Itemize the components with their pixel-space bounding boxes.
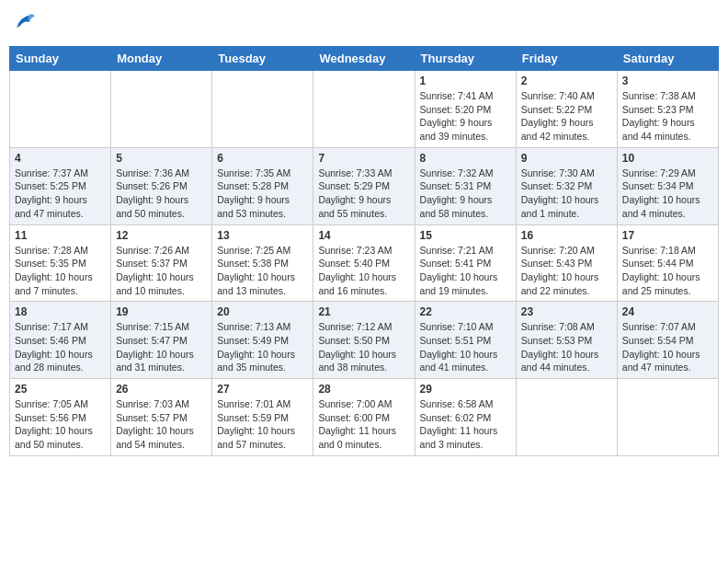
day-info: Sunrise: 7:28 AM Sunset: 5:35 PM Dayligh… [15,244,106,298]
calendar-cell: 12Sunrise: 7:26 AM Sunset: 5:37 PM Dayli… [111,224,212,302]
calendar-week-row: 4Sunrise: 7:37 AM Sunset: 5:25 PM Daylig… [10,147,719,224]
day-number: 7 [318,152,409,165]
day-number: 21 [318,305,409,318]
calendar-week-row: 11Sunrise: 7:28 AM Sunset: 5:35 PM Dayli… [10,224,719,302]
day-info: Sunrise: 7:10 AM Sunset: 5:51 PM Dayligh… [420,320,511,374]
calendar-cell: 27Sunrise: 7:01 AM Sunset: 5:59 PM Dayli… [212,379,313,456]
day-number: 15 [420,229,511,242]
col-header-tuesday: Tuesday [212,47,313,71]
calendar-week-row: 1Sunrise: 7:41 AM Sunset: 5:20 PM Daylig… [10,71,719,148]
day-number: 16 [521,229,612,242]
logo [9,13,37,39]
logo-bird-icon [11,9,37,35]
calendar-cell: 11Sunrise: 7:28 AM Sunset: 5:35 PM Dayli… [10,224,111,302]
calendar-cell [111,71,212,148]
calendar-cell [10,71,111,148]
col-header-monday: Monday [111,47,212,71]
day-info: Sunrise: 7:08 AM Sunset: 5:53 PM Dayligh… [521,320,612,374]
calendar-cell: 8Sunrise: 7:32 AM Sunset: 5:31 PM Daylig… [415,147,516,224]
day-info: Sunrise: 7:00 AM Sunset: 6:00 PM Dayligh… [318,397,409,452]
day-number: 25 [15,383,106,396]
calendar-cell: 18Sunrise: 7:17 AM Sunset: 5:46 PM Dayli… [10,302,111,379]
calendar-week-row: 18Sunrise: 7:17 AM Sunset: 5:46 PM Dayli… [10,302,719,379]
day-info: Sunrise: 7:13 AM Sunset: 5:49 PM Dayligh… [217,320,308,374]
calendar-cell: 5Sunrise: 7:36 AM Sunset: 5:26 PM Daylig… [111,147,212,224]
calendar-cell [212,71,313,148]
day-info: Sunrise: 7:01 AM Sunset: 5:59 PM Dayligh… [217,397,308,452]
day-info: Sunrise: 7:26 AM Sunset: 5:37 PM Dayligh… [116,244,207,298]
day-info: Sunrise: 7:29 AM Sunset: 5:34 PM Dayligh… [622,167,713,221]
calendar-cell: 25Sunrise: 7:05 AM Sunset: 5:56 PM Dayli… [10,379,111,456]
calendar-cell: 13Sunrise: 7:25 AM Sunset: 5:38 PM Dayli… [212,224,313,302]
day-info: Sunrise: 6:58 AM Sunset: 6:02 PM Dayligh… [420,397,511,452]
calendar-week-row: 25Sunrise: 7:05 AM Sunset: 5:56 PM Dayli… [10,379,719,456]
day-number: 3 [622,75,713,87]
calendar-cell: 28Sunrise: 7:00 AM Sunset: 6:00 PM Dayli… [313,379,415,456]
day-number: 11 [15,229,106,242]
calendar-cell: 15Sunrise: 7:21 AM Sunset: 5:41 PM Dayli… [415,224,516,302]
calendar-table: SundayMondayTuesdayWednesdayThursdayFrid… [9,46,719,456]
calendar-cell: 14Sunrise: 7:23 AM Sunset: 5:40 PM Dayli… [313,224,415,302]
day-info: Sunrise: 7:36 AM Sunset: 5:26 PM Dayligh… [116,167,207,221]
day-number: 23 [521,305,612,318]
day-number: 14 [318,229,409,242]
calendar-cell: 26Sunrise: 7:03 AM Sunset: 5:57 PM Dayli… [111,379,212,456]
day-info: Sunrise: 7:18 AM Sunset: 5:44 PM Dayligh… [622,244,713,298]
calendar-cell: 2Sunrise: 7:40 AM Sunset: 5:22 PM Daylig… [516,71,617,148]
calendar-cell: 22Sunrise: 7:10 AM Sunset: 5:51 PM Dayli… [415,302,516,379]
day-number: 8 [420,152,511,165]
calendar-cell: 4Sunrise: 7:37 AM Sunset: 5:25 PM Daylig… [10,147,111,224]
day-info: Sunrise: 7:33 AM Sunset: 5:29 PM Dayligh… [318,167,409,221]
day-info: Sunrise: 7:32 AM Sunset: 5:31 PM Dayligh… [420,167,511,221]
calendar-cell: 24Sunrise: 7:07 AM Sunset: 5:54 PM Dayli… [617,302,718,379]
col-header-wednesday: Wednesday [313,47,415,71]
day-number: 12 [116,229,207,242]
day-number: 20 [217,305,308,318]
calendar-cell: 19Sunrise: 7:15 AM Sunset: 5:47 PM Dayli… [111,302,212,379]
day-info: Sunrise: 7:40 AM Sunset: 5:22 PM Dayligh… [521,89,612,144]
day-number: 17 [622,229,713,242]
day-info: Sunrise: 7:15 AM Sunset: 5:47 PM Dayligh… [116,320,207,374]
calendar-cell [617,379,718,456]
day-number: 28 [318,383,409,396]
day-info: Sunrise: 7:37 AM Sunset: 5:25 PM Dayligh… [15,167,106,221]
calendar-cell: 7Sunrise: 7:33 AM Sunset: 5:29 PM Daylig… [313,147,415,224]
calendar-cell: 1Sunrise: 7:41 AM Sunset: 5:20 PM Daylig… [415,71,516,148]
col-header-sunday: Sunday [10,47,111,71]
day-number: 5 [116,152,207,165]
calendar-cell: 16Sunrise: 7:20 AM Sunset: 5:43 PM Dayli… [516,224,617,302]
day-info: Sunrise: 7:30 AM Sunset: 5:32 PM Dayligh… [521,167,612,221]
calendar-cell: 20Sunrise: 7:13 AM Sunset: 5:49 PM Dayli… [212,302,313,379]
day-number: 27 [217,383,308,396]
day-info: Sunrise: 7:38 AM Sunset: 5:23 PM Dayligh… [622,89,713,144]
calendar-cell: 6Sunrise: 7:35 AM Sunset: 5:28 PM Daylig… [212,147,313,224]
calendar-header-row: SundayMondayTuesdayWednesdayThursdayFrid… [10,47,719,71]
day-number: 1 [420,75,511,87]
calendar-cell: 23Sunrise: 7:08 AM Sunset: 5:53 PM Dayli… [516,302,617,379]
day-info: Sunrise: 7:07 AM Sunset: 5:54 PM Dayligh… [622,320,713,374]
calendar-cell: 29Sunrise: 6:58 AM Sunset: 6:02 PM Dayli… [415,379,516,456]
calendar-cell: 10Sunrise: 7:29 AM Sunset: 5:34 PM Dayli… [617,147,718,224]
day-number: 2 [521,75,612,87]
day-info: Sunrise: 7:03 AM Sunset: 5:57 PM Dayligh… [116,397,207,452]
calendar-cell [516,379,617,456]
day-number: 9 [521,152,612,165]
day-number: 24 [622,305,713,318]
col-header-thursday: Thursday [415,47,516,71]
calendar-cell: 17Sunrise: 7:18 AM Sunset: 5:44 PM Dayli… [617,224,718,302]
day-number: 4 [15,152,106,165]
day-info: Sunrise: 7:05 AM Sunset: 5:56 PM Dayligh… [15,397,106,452]
day-info: Sunrise: 7:25 AM Sunset: 5:38 PM Dayligh… [217,244,308,298]
day-number: 18 [15,305,106,318]
day-info: Sunrise: 7:35 AM Sunset: 5:28 PM Dayligh… [217,167,308,221]
day-info: Sunrise: 7:21 AM Sunset: 5:41 PM Dayligh… [420,244,511,298]
calendar-cell: 21Sunrise: 7:12 AM Sunset: 5:50 PM Dayli… [313,302,415,379]
day-number: 19 [116,305,207,318]
calendar-cell: 3Sunrise: 7:38 AM Sunset: 5:23 PM Daylig… [617,71,718,148]
day-info: Sunrise: 7:41 AM Sunset: 5:20 PM Dayligh… [420,89,511,144]
day-number: 6 [217,152,308,165]
day-info: Sunrise: 7:20 AM Sunset: 5:43 PM Dayligh… [521,244,612,298]
col-header-saturday: Saturday [617,47,718,71]
day-number: 26 [116,383,207,396]
page-header [9,9,719,39]
